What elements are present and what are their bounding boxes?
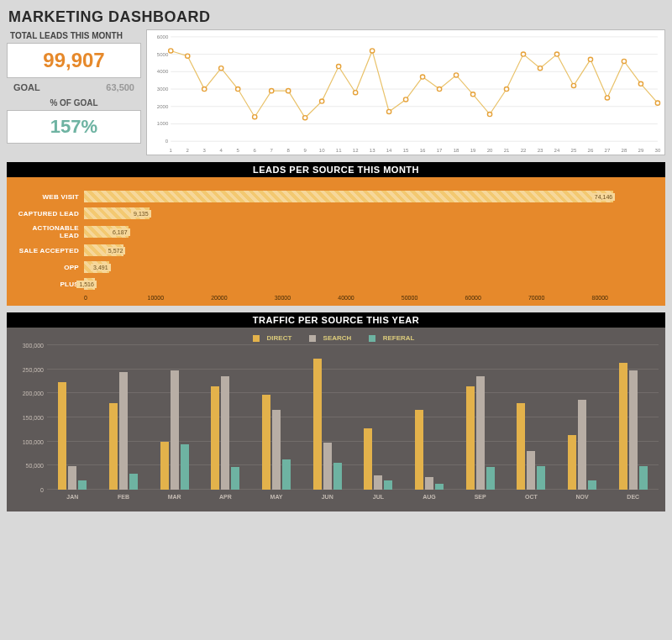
- legend-swatch-referal: [369, 335, 375, 342]
- traffic-bar: [272, 410, 281, 490]
- svg-text:23: 23: [538, 148, 543, 153]
- hbar-category: WEB VISIT: [17, 193, 84, 201]
- traffic-y-axis: 050,000100,000150,000200,000250,000300,0…: [13, 345, 45, 490]
- traffic-bar: [527, 451, 535, 490]
- svg-text:2: 2: [186, 148, 190, 153]
- svg-point-49: [253, 115, 257, 119]
- hbar-tick: 10000: [148, 295, 212, 301]
- traffic-bar: [517, 403, 525, 490]
- svg-text:6000: 6000: [157, 34, 169, 39]
- top-row: TOTAL LEADS THIS MONTH 99,907 GOAL 63,50…: [7, 29, 665, 155]
- traffic-bar: [374, 475, 382, 490]
- svg-text:2000: 2000: [157, 104, 169, 109]
- traffic-bar: [68, 466, 76, 490]
- y-tick: 100,000: [23, 438, 44, 444]
- month-group: [607, 345, 659, 490]
- traffic-bar: [629, 370, 638, 490]
- svg-text:7: 7: [270, 148, 274, 153]
- hbar-category: SALE ACCEPTED: [17, 247, 84, 254]
- svg-text:21: 21: [504, 148, 510, 153]
- svg-point-52: [303, 116, 307, 120]
- x-label: APR: [200, 491, 251, 505]
- hbar-tick: 70000: [528, 295, 592, 301]
- traffic-bar: [282, 459, 291, 490]
- svg-text:26: 26: [588, 148, 594, 153]
- hbar-value: 3,491: [91, 264, 111, 271]
- traffic-bar: [466, 386, 475, 490]
- hbar-bar: 74,146: [84, 191, 613, 202]
- traffic-bar: [415, 410, 423, 490]
- hbar-tick: 80000: [592, 295, 656, 301]
- month-group: [302, 345, 353, 490]
- traffic-bar: [323, 443, 332, 490]
- svg-text:19: 19: [470, 148, 476, 153]
- hbar-row: CAPTURED LEAD 9,135: [17, 207, 655, 219]
- y-tick: 200,000: [23, 391, 44, 396]
- svg-point-59: [420, 75, 424, 79]
- hbar-track: 74,146: [84, 191, 655, 202]
- pct-value: 157%: [14, 116, 134, 138]
- traffic-plot: [47, 345, 659, 490]
- svg-text:8: 8: [287, 148, 291, 153]
- pct-value-box: 157%: [7, 110, 141, 144]
- hbar-bar: 5,572: [84, 244, 123, 256]
- y-tick: 150,000: [23, 415, 44, 421]
- svg-text:13: 13: [370, 148, 375, 153]
- svg-point-70: [605, 96, 609, 100]
- legend-direct: DIRECT: [267, 334, 292, 342]
- month-group: [454, 345, 506, 490]
- y-tick: 250,000: [23, 366, 44, 372]
- hbar-category: PLUS: [17, 281, 84, 288]
- svg-text:17: 17: [437, 148, 443, 153]
- traffic-plot-area: 050,000100,000150,000200,000250,000300,0…: [47, 345, 659, 505]
- hbar-track: 5,572: [84, 244, 655, 256]
- svg-point-61: [454, 73, 458, 77]
- traffic-bar: [568, 435, 576, 490]
- svg-point-65: [521, 52, 525, 56]
- hbar-row: WEB VISIT 74,146: [17, 191, 655, 202]
- leads-value-box: 99,907: [7, 43, 141, 78]
- month-group: [98, 345, 150, 490]
- svg-text:0: 0: [165, 139, 169, 144]
- traffic-bar: [537, 466, 545, 490]
- traffic-bar: [476, 376, 485, 490]
- hbar-value: 6,187: [110, 228, 130, 236]
- svg-point-55: [354, 91, 358, 95]
- hbar-value: 1,516: [76, 281, 97, 288]
- hbar-category: OPP: [17, 264, 84, 271]
- svg-text:1: 1: [170, 148, 173, 153]
- pct-of-goal-label: % OF GOAL: [7, 97, 141, 108]
- svg-point-58: [403, 97, 407, 102]
- svg-point-47: [219, 66, 223, 71]
- traffic-per-source-chart: DIRECT SEARCH REFERAL 050,000100,000150,…: [7, 328, 665, 511]
- x-label: JUL: [353, 491, 404, 505]
- traffic-bar: [486, 467, 495, 490]
- svg-text:4: 4: [220, 148, 223, 153]
- svg-text:3000: 3000: [157, 87, 169, 92]
- svg-point-71: [622, 59, 626, 63]
- hbar-tick: 50000: [402, 295, 465, 301]
- x-label: FEB: [98, 491, 150, 505]
- svg-point-64: [504, 87, 508, 91]
- svg-point-68: [571, 83, 575, 87]
- y-tick: 300,000: [23, 343, 44, 349]
- traffic-bar: [425, 477, 433, 490]
- svg-point-66: [538, 66, 542, 71]
- legend-swatch-search: [309, 335, 316, 342]
- hbar-tick: 0: [84, 295, 148, 301]
- traffic-bar: [262, 395, 270, 490]
- svg-point-63: [487, 113, 491, 117]
- traffic-bar: [109, 403, 118, 490]
- traffic-bar: [435, 484, 444, 490]
- hbar-bar: 3,491: [84, 261, 109, 273]
- svg-text:3: 3: [203, 148, 207, 153]
- hbar-x-axis: 0100002000030000400005000060000700008000…: [84, 295, 655, 301]
- svg-point-69: [588, 57, 592, 61]
- traffic-bar: [639, 466, 648, 490]
- month-group: [47, 345, 98, 490]
- hbar-tick: 30000: [275, 295, 339, 301]
- svg-text:4000: 4000: [157, 69, 169, 74]
- traffic-bar: [171, 370, 179, 490]
- traffic-bar: [221, 376, 229, 490]
- svg-text:1000: 1000: [157, 122, 169, 127]
